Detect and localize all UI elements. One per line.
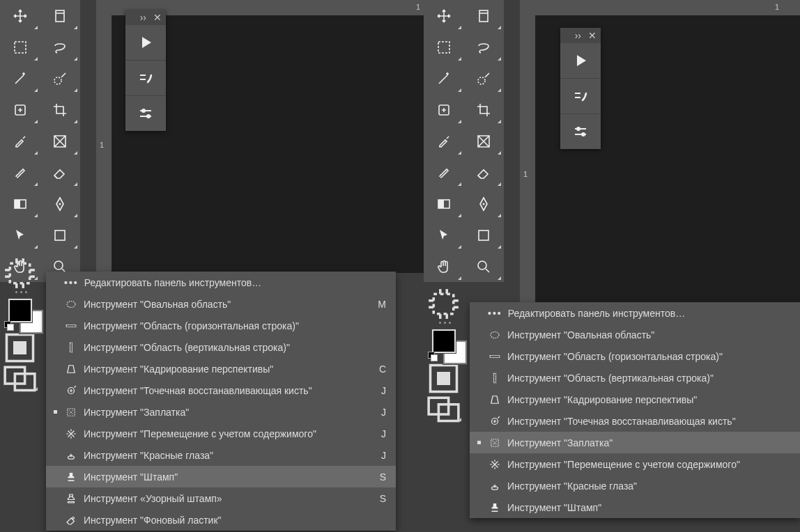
lasso-tool-button[interactable] [40,31,79,63]
quick-selection-tool-button[interactable] [463,63,503,94]
magic-wand-tool-button[interactable] [424,63,463,94]
panel-header[interactable]: ›› ✕ [560,28,601,43]
path-selection-tool-button[interactable] [0,219,40,251]
menu-item-colsel[interactable]: Инструмент "Область (вертикальная строка… [470,367,800,389]
menu-item-contentmove[interactable]: Инструмент "Перемещение с учетом содержи… [470,453,800,475]
menu-item-spotheal[interactable]: Инструмент "Точечная восстанавливающая к… [46,380,396,401]
move-tool-button[interactable] [0,0,40,31]
close-icon[interactable]: ✕ [153,13,162,22]
brush-tool-button[interactable] [424,157,463,188]
menu-item-colsel[interactable]: Инструмент "Область (вертикальная строка… [46,336,396,358]
menu-item-label: Инструмент "Область (вертикальная строка… [84,342,367,353]
rectangle-tool-button[interactable] [40,219,79,251]
expand-icon[interactable]: ›› [575,31,581,40]
menu-item-shortcut: S [372,471,386,483]
foreground-color-swatch[interactable] [432,329,456,353]
pen-tool-button[interactable] [40,188,79,219]
edit-toolbar-menu-header[interactable]: •••Редактировать панель инструментов… [46,272,396,293]
color-swatches[interactable] [424,325,463,364]
edit-toolbar-button[interactable] [424,288,463,320]
play-action-button[interactable] [560,43,601,78]
color-swatches[interactable] [0,295,40,334]
menu-item-ellipse[interactable]: Инструмент "Овальная область" [470,324,800,345]
path-selection-tool-button[interactable] [424,219,463,251]
hand-tool-button[interactable] [424,251,463,282]
default-colors-icon[interactable] [428,352,438,361]
foreground-color-swatch[interactable] [8,299,32,322]
pen-tool-button[interactable] [463,188,503,219]
artboard-tool-button[interactable] [463,0,503,31]
edit-toolbar-button[interactable] [0,258,40,289]
svg-rect-6 [15,200,20,208]
red-eye-tool-icon [64,448,78,462]
menu-item-patch[interactable]: Инструмент "Заплатка"J [46,401,396,423]
menu-item-contentmove[interactable]: Инструмент "Перемещение с учетом содержи… [46,423,396,444]
screen-mode-button[interactable] [0,361,40,393]
svg-point-62 [576,127,580,131]
svg-point-45 [478,261,486,269]
menu-item-patch[interactable]: Инструмент "Заплатка" [470,432,800,453]
menu-item-spotheal[interactable]: Инструмент "Точечная восстанавливающая к… [470,410,800,432]
selected-indicator [52,410,59,414]
lasso-tool-button[interactable] [463,31,503,63]
default-colors-icon[interactable] [4,321,14,331]
eyedropper-tool-button[interactable] [0,125,40,157]
healing-brush-tool-button[interactable] [0,94,40,125]
menu-item-perspcrop[interactable]: Инструмент "Кадрирование перспективы"C [46,358,396,380]
svg-point-9 [54,261,63,269]
menu-header-label: Редактировать панель инструментов… [84,277,261,288]
menu-item-label: Инструмент "Заплатка" [84,407,367,418]
eraser-tool-button[interactable] [463,157,503,188]
menu-item-perspcrop[interactable]: Инструмент "Кадрирование перспективы" [470,389,800,410]
brush-preset-button[interactable] [125,60,166,95]
play-action-button[interactable] [125,25,166,60]
svg-rect-2 [15,42,26,53]
zoom-tool-button[interactable] [463,251,503,282]
menu-item-bgeraser[interactable]: Инструмент "Фоновый ластик" [46,509,396,531]
gradient-tool-button[interactable] [424,188,463,219]
menu-item-patternstamp[interactable]: Инструмент «Узорный штамп»S [46,487,396,509]
menu-item-stamp[interactable]: Инструмент "Штамп" [470,496,800,518]
edit-toolbar-menu-header[interactable]: •••Редактировать панель инструментов… [470,302,800,324]
crop-tool-button[interactable] [40,94,79,125]
sliders-icon [137,105,154,122]
frame-tool-button[interactable] [463,125,503,157]
menu-item-label: Инструмент "Овальная область" [84,299,367,310]
menu-item-redeye[interactable]: Инструмент "Красные глаза"J [46,444,396,466]
frame-tool-button[interactable] [40,125,79,157]
marquee-tool-button[interactable] [424,31,463,63]
rectangle-tool-button[interactable] [463,219,503,251]
crop-tool-button[interactable] [463,94,503,125]
menu-item-stamp[interactable]: Инструмент "Штамп"S [46,466,396,487]
spot-healing-icon [64,384,78,398]
artboard-tool-button[interactable] [40,0,79,31]
quick-selection-tool-button[interactable] [40,63,79,94]
brush-list-icon [572,88,589,104]
menu-item-label: Инструмент "Область (вертикальная строка… [507,373,771,384]
menu-item-redeye[interactable]: Инструмент "Красные глаза" [470,475,800,496]
menu-item-rowsel[interactable]: Инструмент "Область (горизонтальная стро… [46,315,396,336]
panel-header[interactable]: ›› ✕ [125,10,166,25]
gradient-tool-button[interactable] [0,188,40,219]
magic-wand-tool-button[interactable] [0,63,40,94]
menu-item-label: Инструмент "Кадрирование перспективы" [507,394,771,405]
menu-item-shortcut: J [372,450,386,461]
settings-slider-button[interactable] [125,95,166,131]
eraser-tool-button[interactable] [40,157,79,188]
brush-preset-button[interactable] [560,78,601,114]
actions-panel-right[interactable]: ›› ✕ [560,28,601,149]
menu-item-label: Инструмент "Штамп" [507,502,771,513]
expand-icon[interactable]: ›› [140,13,146,22]
screen-mode-button[interactable] [424,392,463,423]
marquee-tool-button[interactable] [0,31,40,63]
settings-slider-button[interactable] [560,114,601,149]
eyedropper-tool-button[interactable] [424,125,463,157]
healing-brush-tool-button[interactable] [424,94,463,125]
actions-panel-left[interactable]: ›› ✕ [125,10,166,131]
close-icon[interactable]: ✕ [588,31,597,40]
menu-item-rowsel[interactable]: Инструмент "Область (горизонтальная стро… [470,345,800,367]
move-tool-button[interactable] [424,0,463,31]
menu-item-label: Инструмент «Узорный штамп» [84,493,367,504]
menu-item-ellipse[interactable]: Инструмент "Овальная область"M [46,293,396,315]
brush-tool-button[interactable] [0,157,40,188]
